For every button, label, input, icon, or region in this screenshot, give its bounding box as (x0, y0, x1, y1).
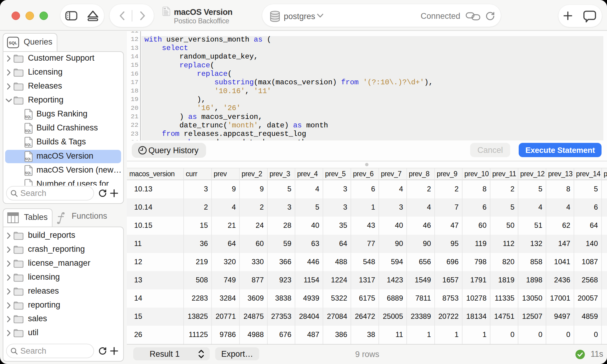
svg-text:SQL: SQL (25, 171, 32, 175)
svg-text:SQL: SQL (25, 143, 32, 147)
svg-text:SQL: SQL (25, 185, 32, 186)
svg-text:SQL: SQL (25, 129, 32, 133)
svg-text:SQL: SQL (25, 157, 32, 161)
svg-text:SQL: SQL (9, 41, 17, 45)
svg-text:SQL: SQL (25, 115, 32, 119)
